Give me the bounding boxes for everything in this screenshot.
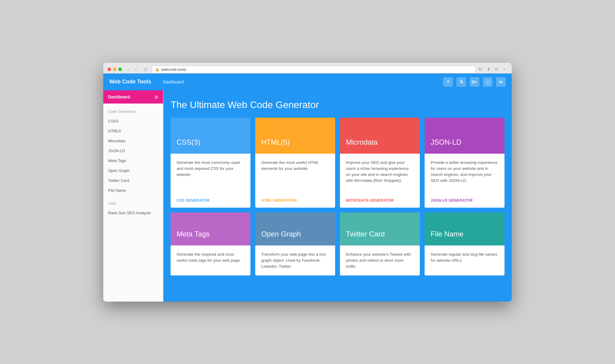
sidebar-dashboard-item[interactable]: Dashboard ⊞ [103, 90, 163, 104]
sidebar-item-rankgen[interactable]: Rank Gen SEO Analyzer [103, 208, 163, 218]
card-twittercard[interactable]: Twitter Card Enhance your website's Twee… [340, 212, 420, 276]
forward-button[interactable]: › [133, 66, 139, 73]
browser-chrome: ‹ › ⊡ 🔒 webcode.tools ↻ ⬆ ⧉ + [103, 63, 512, 74]
dashboard-label: Dashboard [108, 95, 130, 99]
code-generators-section-title: Code Generators [103, 104, 163, 116]
sidebar-item-css3[interactable]: CSS3 [103, 116, 163, 126]
card-css-title: CSS(3) [177, 138, 200, 146]
back-button[interactable]: ‹ [125, 66, 132, 73]
facebook-icon[interactable]: f [443, 77, 453, 87]
lock-icon: 🔒 [155, 68, 159, 71]
sidebar-item-filename[interactable]: File Name [103, 185, 163, 195]
card-filename-title: File Name [431, 230, 463, 238]
card-metatags-header: Meta Tags [171, 212, 250, 245]
card-css[interactable]: CSS(3) Generate the most commonly used a… [171, 118, 250, 208]
header-nav-label: Dashboard [163, 80, 443, 84]
main-content: The Ultimate Web Code Generator CSS(3) G… [163, 90, 512, 302]
card-opengraph[interactable]: Open Graph Transform your web page into … [255, 212, 335, 276]
app-body: Dashboard ⊞ Code Generators CSS3 HTML5 M… [103, 90, 512, 302]
card-html[interactable]: HTML(5) Generate the most useful HTML el… [255, 118, 335, 208]
card-html-header: HTML(5) [255, 118, 335, 154]
googleplus-icon[interactable]: G+ [470, 77, 479, 87]
sidebar-item-opengraph[interactable]: Open Graph [103, 166, 163, 176]
app-title: Web Code Tools [109, 79, 151, 85]
card-filename-body: Generate regular and slug file names for… [425, 245, 504, 276]
links-section-title: Links [103, 195, 163, 208]
card-metatags[interactable]: Meta Tags Generate the required and most… [171, 212, 250, 276]
card-jsonld-body: Provide a better browsing experience for… [425, 154, 504, 194]
sidebar-item-html5[interactable]: HTML5 [103, 126, 163, 136]
app-header: Web Code Tools Dashboard f 𝕏 G+ r in [103, 74, 512, 90]
svg-text:r: r [487, 81, 488, 83]
card-jsonld-header: JSON-LD [425, 118, 504, 154]
card-filename[interactable]: File Name Generate regular and slug file… [425, 212, 504, 276]
card-microdata-header: Microdata [340, 118, 420, 154]
share-button[interactable]: ⬆ [485, 66, 492, 73]
card-jsonld-link[interactable]: JSON-LD GENERATOR [431, 198, 473, 203]
card-microdata-link[interactable]: MICRODATA GENERATOR [346, 198, 394, 203]
card-twittercard-header: Twitter Card [340, 212, 420, 245]
cards-grid: CSS(3) Generate the most commonly used a… [171, 118, 504, 276]
card-metatags-title: Meta Tags [177, 230, 210, 238]
browser-window: ‹ › ⊡ 🔒 webcode.tools ↻ ⬆ ⧉ + Web Code T… [103, 63, 512, 302]
reddit-icon[interactable]: r [483, 77, 492, 87]
card-css-body: Generate the most commonly used and most… [171, 154, 250, 194]
card-css-footer: CSS GENERATOR [171, 194, 250, 208]
dashboard-grid-icon: ⊞ [155, 95, 158, 99]
twitter-icon[interactable]: 𝕏 [456, 77, 466, 87]
close-button[interactable] [108, 68, 111, 71]
card-html-title: HTML(5) [261, 138, 290, 146]
card-jsonld-title: JSON-LD [431, 138, 462, 146]
card-opengraph-header: Open Graph [255, 212, 335, 245]
url-text: webcode.tools [161, 67, 186, 72]
sidebar: Dashboard ⊞ Code Generators CSS3 HTML5 M… [103, 90, 163, 302]
card-opengraph-body: Transform your web page into a rich grap… [255, 245, 335, 276]
card-jsonld-footer: JSON-LD GENERATOR [425, 194, 504, 208]
card-microdata-title: Microdata [346, 138, 377, 146]
sidebar-item-twittercard[interactable]: Twitter Card [103, 176, 163, 185]
card-html-body: Generate the most useful HTML elements f… [255, 154, 335, 194]
card-css-link[interactable]: CSS GENERATOR [177, 198, 210, 203]
card-filename-header: File Name [425, 212, 504, 245]
social-icons: f 𝕏 G+ r in [443, 77, 506, 87]
sidebar-item-microdata[interactable]: Microdata [103, 136, 163, 146]
main-title: The Ultimate Web Code Generator [171, 99, 504, 110]
linkedin-icon[interactable]: in [496, 77, 506, 87]
sidebar-item-jsonld[interactable]: JSON-LD [103, 146, 163, 156]
card-opengraph-title: Open Graph [261, 230, 301, 238]
card-microdata-footer: MICRODATA GENERATOR [340, 194, 420, 208]
sidebar-item-metatags[interactable]: Meta Tags [103, 156, 163, 166]
card-twittercard-body: Enhance your website's Tweets with photo… [340, 245, 420, 276]
card-microdata-body: Improve your SEO and give your users a r… [340, 154, 420, 194]
card-microdata[interactable]: Microdata Improve your SEO and give your… [340, 118, 420, 208]
card-metatags-body: Generate the required and most useful me… [171, 245, 250, 276]
minimize-button[interactable] [113, 68, 117, 71]
sidebar-toggle-button[interactable]: ⊡ [142, 66, 149, 73]
nav-buttons: ‹ › [125, 66, 139, 73]
app: Web Code Tools Dashboard f 𝕏 G+ r in [103, 74, 512, 302]
card-twittercard-title: Twitter Card [346, 230, 385, 238]
maximize-button[interactable] [118, 68, 122, 71]
traffic-lights [108, 68, 122, 71]
address-bar[interactable]: 🔒 webcode.tools [152, 66, 476, 73]
duplicate-button[interactable]: ⧉ [493, 66, 500, 73]
card-html-footer: HTML GENERATOR [255, 194, 335, 208]
card-css-header: CSS(3) [171, 118, 250, 154]
reload-button[interactable]: ↻ [479, 67, 482, 72]
browser-toolbar-right: ⬆ ⧉ + [485, 66, 507, 73]
card-jsonld[interactable]: JSON-LD Provide a better browsing experi… [425, 118, 504, 208]
new-tab-button[interactable]: + [501, 66, 507, 73]
card-html-link[interactable]: HTML GENERATOR [261, 198, 297, 203]
